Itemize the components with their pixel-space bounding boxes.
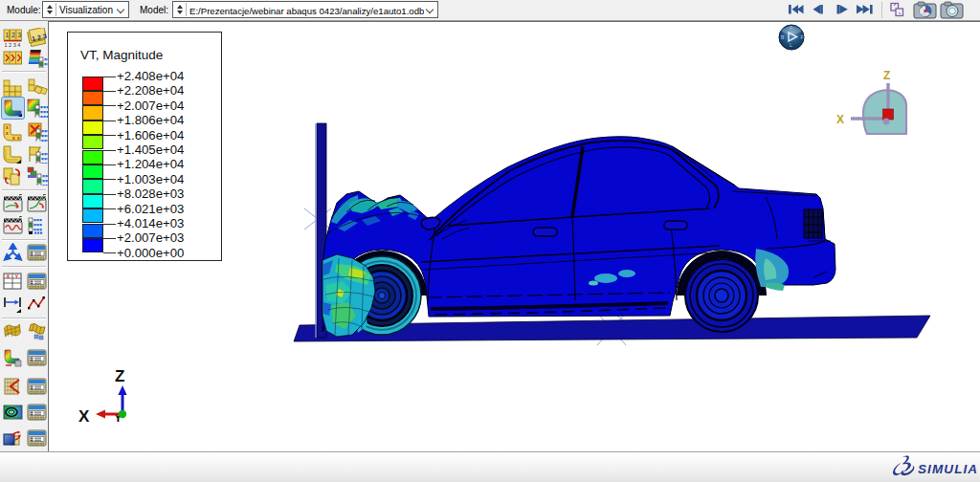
svg-text:SIMULIA: SIMULIA <box>918 462 978 476</box>
svg-text:X: X <box>836 113 844 126</box>
svg-text:X: X <box>7 274 11 279</box>
svg-text:Y: Y <box>15 274 19 279</box>
svg-text:x: x <box>17 135 20 141</box>
svg-text:Z: Z <box>883 69 890 82</box>
svg-text:2: 2 <box>11 32 15 38</box>
svg-text:x: x <box>12 135 15 141</box>
svg-text:1 2 3 4: 1 2 3 4 <box>5 42 21 47</box>
svg-text:L: L <box>790 42 792 48</box>
svg-text:Z: Z <box>115 367 124 385</box>
svg-text:x: x <box>6 130 9 136</box>
svg-text:F: F <box>801 34 804 40</box>
svg-text:X: X <box>78 407 90 426</box>
svg-text:3: 3 <box>18 32 22 38</box>
svg-text:1: 1 <box>6 32 10 38</box>
svg-text:F: F <box>790 25 792 31</box>
